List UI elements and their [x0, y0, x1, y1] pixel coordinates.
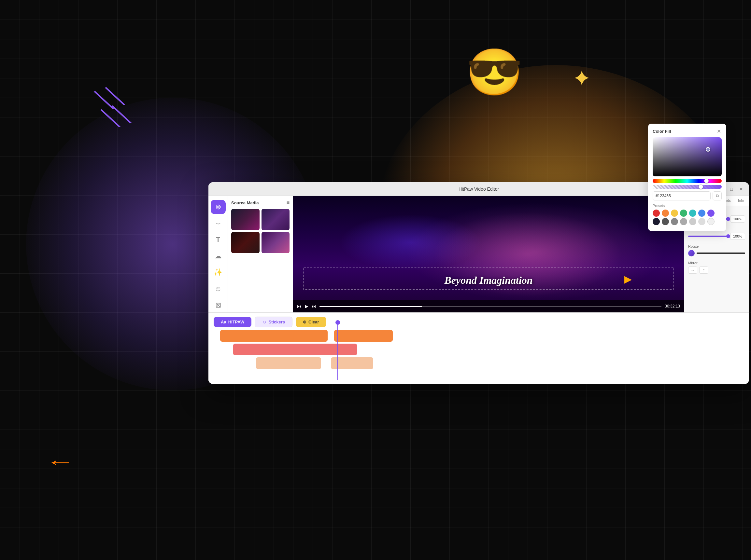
preset-dark[interactable] — [653, 218, 660, 225]
tl-clip-1b[interactable] — [334, 330, 393, 342]
preset-teal[interactable] — [689, 209, 696, 217]
cf-close-button[interactable]: ✕ — [716, 128, 722, 134]
preset-gray4[interactable] — [689, 218, 696, 225]
sidebar: ⊛ ⌣ T ☁ ✨ ☺ — [208, 196, 228, 313]
video-play-btn[interactable]: ▶ — [305, 304, 308, 309]
timeline-stickers-button[interactable]: ☺ Stickers — [255, 317, 292, 327]
timeline-toolbar: Aa HITPAW ☺ Stickers ⊕ Clear — [214, 317, 744, 327]
video-cursor: ▶ — [624, 273, 632, 285]
preset-purple[interactable] — [707, 209, 714, 217]
alpha-slider[interactable] — [653, 185, 722, 189]
zoom-value[interactable]: 100% — [730, 215, 745, 223]
preset-gray3[interactable] — [680, 218, 687, 225]
timeline-tracks — [214, 330, 744, 380]
video-time: 30:32:13 — [665, 304, 680, 308]
presets-row-2 — [653, 218, 722, 225]
preset-red[interactable] — [653, 209, 660, 217]
color-picker-cursor[interactable] — [706, 147, 710, 152]
preset-gray1[interactable] — [662, 218, 669, 225]
mirror-horizontal-btn[interactable]: ↔ — [688, 266, 697, 274]
sidebar-item-curves[interactable]: ⌣ — [211, 216, 226, 231]
timeline-text-label: HITPAW — [228, 320, 245, 324]
alpha-thumb[interactable] — [698, 184, 703, 189]
cf-title: Color Fill — [653, 129, 671, 134]
text-aa-icon: Aa — [221, 320, 226, 324]
mirror-buttons: ↔ ↕ — [688, 266, 745, 274]
color-gradient-box[interactable] — [653, 137, 722, 176]
rotate-property: Rotate — [688, 244, 745, 256]
video-prev-btn[interactable]: ⏮ — [297, 304, 302, 309]
close-button[interactable]: ✕ — [739, 186, 744, 192]
video-progress-bar[interactable] — [320, 306, 661, 307]
tab-info[interactable]: Info — [733, 196, 749, 206]
source-panel-menu-icon[interactable]: ≡ — [287, 200, 290, 206]
mirror-label: Mirror — [688, 261, 745, 265]
color-fill-popup: Color Fill ✕ ⧉ Presets — [648, 124, 726, 231]
video-controls-bar: ⏮ ▶ ⏭ 30:32:13 — [293, 300, 684, 313]
transparency-thumb[interactable] — [726, 234, 730, 238]
preset-white[interactable] — [707, 218, 714, 225]
timeline-track-2 — [214, 344, 744, 355]
mirror-vertical-btn[interactable]: ↕ — [699, 266, 708, 274]
playhead-head — [335, 320, 340, 325]
timeline-area: Aa HITPAW ☺ Stickers ⊕ Clear — [208, 313, 749, 384]
preset-orange[interactable] — [662, 209, 669, 217]
timeline-track-1 — [214, 330, 744, 342]
timeline-clear-label: Clear — [308, 320, 319, 324]
transitions-icon: ⊠ — [215, 301, 221, 309]
sidebar-item-effects[interactable]: ⊛ — [211, 200, 226, 214]
source-media-grid — [231, 209, 290, 253]
hue-slider[interactable] — [653, 179, 722, 183]
sticker-icon: ☺ — [262, 320, 266, 324]
curves-icon: ⌣ — [216, 219, 220, 227]
cloud-icon: ☁ — [215, 252, 222, 260]
source-panel-header: Source Media ≡ — [231, 200, 290, 206]
timeline-clear-button[interactable]: ⊕ Clear — [296, 317, 326, 327]
hex-row: ⧉ — [653, 191, 722, 200]
mirror-property: Mirror ↔ ↕ — [688, 261, 745, 274]
sidebar-item-text[interactable]: T — [211, 233, 226, 247]
sidebar-item-emoji[interactable]: ☺ — [211, 281, 226, 296]
text-icon: T — [216, 236, 220, 243]
tl-clip-3a[interactable] — [256, 357, 321, 369]
media-thumb-2[interactable] — [262, 209, 290, 230]
zoom-thumb[interactable] — [726, 217, 730, 221]
playhead[interactable] — [338, 323, 338, 380]
preset-gray5[interactable] — [698, 218, 706, 225]
timeline-sticker-label: Stickers — [269, 320, 285, 324]
video-next-btn[interactable]: ⏭ — [312, 304, 316, 309]
video-subject-glow — [293, 196, 684, 313]
tl-clip-1a[interactable] — [220, 330, 328, 342]
transparency-fill — [688, 236, 728, 237]
rotate-control[interactable] — [688, 250, 695, 256]
hex-copy-button[interactable]: ⧉ — [713, 191, 722, 200]
preset-green[interactable] — [680, 209, 687, 217]
sidebar-item-cloud[interactable]: ☁ — [211, 249, 226, 263]
media-thumb-1[interactable] — [231, 209, 259, 230]
arrow-deco: ← — [45, 452, 75, 472]
effects-icon: ⊛ — [215, 203, 221, 211]
magic-icon: ✨ — [214, 268, 223, 277]
preset-yellow[interactable] — [671, 209, 678, 217]
video-text-overlay[interactable]: Beyond Imagination — [444, 274, 533, 286]
hue-thumb[interactable] — [704, 179, 709, 183]
preset-blue[interactable] — [698, 209, 706, 217]
tl-clip-2[interactable] — [233, 344, 357, 355]
source-panel-title: Source Media — [231, 200, 259, 205]
maximize-button[interactable]: □ — [729, 186, 734, 192]
presets-label: Presets — [653, 204, 722, 207]
emoji-icon: ☺ — [214, 285, 222, 293]
transparency-slider-wrap: 100% — [688, 233, 745, 240]
sidebar-item-magic[interactable]: ✨ — [211, 265, 226, 280]
sidebar-item-transitions[interactable]: ⊠ — [211, 298, 226, 313]
transparency-slider[interactable] — [688, 236, 728, 237]
rotate-row — [688, 250, 745, 256]
clear-icon: ⊕ — [303, 320, 306, 324]
media-thumb-4[interactable] — [262, 232, 290, 253]
transparency-value[interactable]: 100% — [730, 233, 745, 240]
preset-gray2[interactable] — [671, 218, 678, 225]
media-thumb-3[interactable] — [231, 232, 259, 253]
timeline-text-button[interactable]: Aa HITPAW — [214, 317, 251, 327]
video-progress-fill — [320, 306, 422, 307]
hex-input[interactable] — [653, 191, 711, 200]
